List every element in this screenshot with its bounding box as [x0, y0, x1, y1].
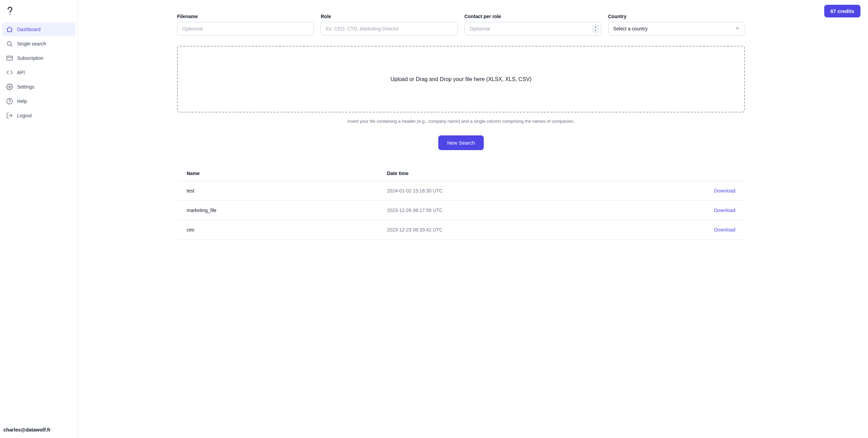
sidebar-item-label: Help [17, 98, 27, 104]
question-mark-icon [5, 5, 14, 16]
contact-per-role-field: Contact per role ▲ ▼ [465, 14, 601, 36]
sidebar-item-label: Logout [17, 113, 32, 118]
svg-point-5 [9, 86, 11, 88]
table-row: test 2024-01-02 15:16:30 UTC Download [177, 181, 745, 201]
search-icon [6, 40, 13, 47]
sidebar-item-label: API [17, 70, 25, 75]
download-link[interactable]: Download [714, 188, 735, 194]
main-content: 67 credits Filename Role Contact per rol… [78, 0, 868, 438]
country-field: Country Select a country [608, 14, 745, 36]
sidebar-nav: Dashboard Single search Subscription API [2, 23, 76, 122]
sidebar-item-label: Single search [17, 41, 46, 47]
sidebar-item-help[interactable]: Help [2, 94, 76, 108]
sidebar-item-api[interactable]: API [2, 66, 76, 79]
sidebar-item-label: Subscription [17, 55, 43, 61]
row-datetime: 2023-12-26 08:17:59 UTC [377, 201, 683, 220]
role-input[interactable] [321, 22, 457, 36]
sidebar-item-label: Dashboard [17, 27, 41, 32]
svg-point-0 [10, 14, 11, 15]
sidebar-item-settings[interactable]: Settings [2, 80, 76, 94]
code-icon [6, 69, 13, 76]
sidebar-item-single-search[interactable]: Single search [2, 37, 76, 51]
role-field: Role [321, 14, 457, 36]
sidebar-item-label: Settings [17, 84, 35, 90]
credit-card-icon [6, 55, 13, 62]
row-name: marketing_file [177, 201, 377, 220]
svg-rect-3 [7, 56, 13, 60]
gear-icon [6, 83, 13, 90]
download-link[interactable]: Download [714, 208, 735, 213]
country-select-value: Select a country [613, 26, 647, 31]
help-icon [6, 98, 13, 105]
row-datetime: 2023-12-23 08:33:42 UTC [377, 220, 683, 240]
table-row: marketing_file 2023-12-26 08:17:59 UTC D… [177, 201, 745, 220]
svg-line-2 [11, 45, 12, 47]
new-search-button[interactable]: New Search [438, 135, 484, 150]
credits-badge[interactable]: 67 credits [824, 5, 860, 17]
dropzone-hint: Insert your file containing a header (e.… [177, 119, 745, 124]
sidebar-item-dashboard[interactable]: Dashboard [2, 23, 76, 36]
country-label: Country [608, 14, 745, 19]
column-header-actions [683, 166, 745, 181]
app-logo[interactable] [2, 4, 76, 23]
number-stepper[interactable]: ▲ ▼ [592, 25, 599, 32]
filename-label: Filename [177, 14, 314, 19]
logout-icon [6, 112, 13, 119]
country-select[interactable]: Select a country [608, 22, 745, 36]
dropzone-text: Upload or Drag and Drop your file here (… [390, 76, 532, 82]
filename-field: Filename [177, 14, 314, 36]
chevron-up-icon[interactable]: ▲ [593, 25, 598, 29]
row-name: test [177, 181, 377, 201]
sidebar-item-subscription[interactable]: Subscription [2, 51, 76, 65]
sidebar-item-logout[interactable]: Logout [2, 109, 76, 122]
contact-per-role-input[interactable] [465, 22, 601, 36]
column-header-datetime: Date time [377, 166, 683, 181]
home-icon [6, 26, 13, 33]
filename-input[interactable] [177, 22, 314, 36]
column-header-name: Name [177, 166, 377, 181]
download-link[interactable]: Download [714, 227, 735, 233]
contact-per-role-label: Contact per role [465, 14, 601, 19]
sidebar: Dashboard Single search Subscription API [0, 0, 78, 438]
role-label: Role [321, 14, 457, 19]
account-email: charles@datawolf.fr [2, 423, 76, 434]
searches-table: Name Date time test 2024-01-02 15:16:30 … [177, 166, 745, 240]
file-dropzone[interactable]: Upload or Drag and Drop your file here (… [177, 46, 745, 112]
row-datetime: 2024-01-02 15:16:30 UTC [377, 181, 683, 201]
table-row: ceo 2023-12-23 08:33:42 UTC Download [177, 220, 745, 240]
row-name: ceo [177, 220, 377, 240]
search-form: Filename Role Contact per role ▲ ▼ Count… [177, 14, 745, 36]
chevron-down-icon[interactable]: ▼ [593, 29, 598, 32]
